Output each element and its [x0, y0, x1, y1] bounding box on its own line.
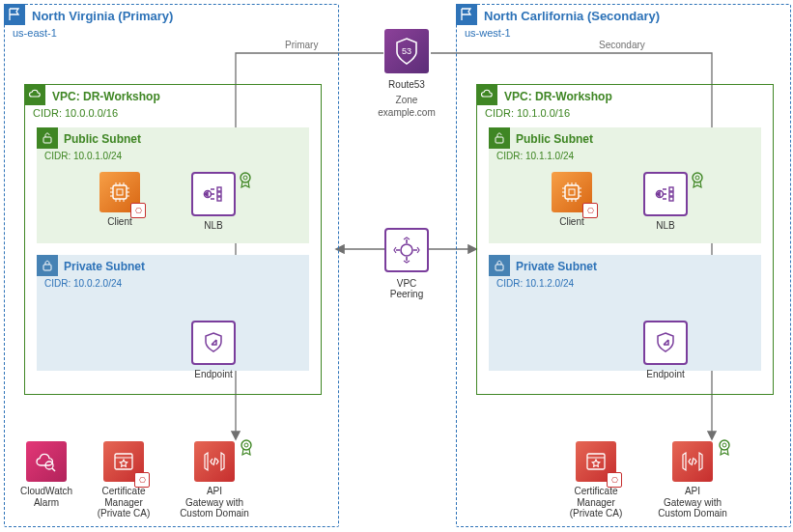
private-subnet-cidr: CIDR: 10.0.2.0/24	[44, 278, 122, 289]
padlock-closed-icon	[37, 255, 58, 276]
route53-zone: Zone example.com	[378, 94, 435, 119]
vpc-secondary-cidr: CIDR: 10.1.0.0/16	[485, 107, 570, 119]
region-primary-title: North Virginia (Primary)	[32, 9, 173, 23]
vpc-peering-label: VPC Peering	[390, 278, 423, 299]
route53-icon: 53	[384, 29, 429, 73]
region-primary-code: us-east-1	[13, 27, 57, 39]
client-secondary: ⎔ Client	[542, 172, 602, 228]
svg-rect-20	[569, 189, 575, 195]
api-gateway-secondary: API Gateway with Custom Domain	[649, 441, 736, 519]
nlb-label: NLB	[204, 220, 222, 232]
public-subnet-secondary: Public Subnet CIDR: 10.1.1.0/24 ⎔ Client…	[489, 127, 761, 243]
svg-text:53: 53	[402, 46, 411, 56]
svg-rect-19	[565, 185, 579, 199]
svg-rect-9	[217, 192, 221, 196]
nlb-secondary: NLB	[636, 172, 695, 232]
private-subnet-title: Private Subnet	[64, 260, 145, 273]
svg-point-3	[401, 244, 412, 256]
public-subnet-cidr: CIDR: 10.1.1.0/24	[496, 151, 574, 161]
region-secondary-code: us-west-1	[465, 27, 511, 39]
resource-badge-icon: ⎔	[130, 203, 146, 218]
public-subnet-title: Public Subnet	[64, 132, 141, 146]
public-subnet-title: Public Subnet	[516, 132, 593, 146]
svg-point-12	[243, 176, 247, 180]
client-label: Client	[107, 216, 132, 228]
acm-label: Certificate Manager (Private CA)	[570, 486, 622, 519]
vpc-icon	[476, 84, 497, 105]
acm-icon: ⎔	[103, 441, 144, 482]
ec2-instance-icon: ⎔	[552, 172, 592, 212]
api-gateway-primary: API Gateway with Custom Domain	[171, 441, 258, 519]
svg-point-11	[241, 173, 250, 182]
vpc-peering-icon	[384, 228, 429, 272]
nlb-primary: NLB	[184, 172, 243, 232]
svg-point-17	[244, 443, 248, 447]
vpc-peering-block: VPC Peering	[365, 228, 448, 299]
acm-icon: ⎔	[576, 441, 616, 482]
svg-rect-4	[43, 137, 51, 143]
acm-label: Certificate Manager (Private CA)	[98, 486, 150, 519]
svg-rect-8	[217, 187, 221, 191]
vpc-primary-title: VPC: DR-Workshop	[52, 90, 160, 103]
vpc-secondary: VPC: DR-Workshop CIDR: 10.1.0.0/16 Publi…	[476, 84, 774, 395]
svg-rect-6	[117, 189, 123, 195]
region-secondary-title: North Carlifornia (Secondary)	[484, 9, 660, 23]
nlb-icon	[191, 172, 236, 216]
svg-point-26	[695, 176, 699, 180]
cloudwatch-alarm: CloudWatch Alarm	[16, 441, 76, 508]
vpc-endpoint-icon	[643, 321, 688, 365]
private-subnet-cidr: CIDR: 10.1.2.0/24	[496, 278, 574, 289]
api-gateway-icon	[672, 441, 713, 482]
svg-rect-5	[113, 185, 127, 199]
private-subnet-title: Private Subnet	[516, 260, 597, 273]
svg-rect-13	[43, 265, 51, 270]
public-subnet-primary: Public Subnet CIDR: 10.0.1.0/24 ⎔ Client…	[37, 127, 309, 243]
svg-rect-15	[115, 454, 132, 469]
svg-rect-10	[217, 197, 221, 201]
padlock-open-icon	[489, 127, 510, 149]
certificate-badge-icon	[715, 437, 734, 457]
svg-point-29	[720, 440, 729, 450]
ec2-instance-icon: ⎔	[99, 172, 140, 212]
endpoint-label: Endpoint	[194, 369, 232, 380]
vpc-primary-cidr: CIDR: 10.0.0.0/16	[33, 107, 118, 119]
api-gateway-label: API Gateway with Custom Domain	[658, 486, 727, 519]
private-subnet-secondary: Private Subnet CIDR: 10.1.2.0/24 Endpoin…	[489, 255, 761, 371]
cloudwatch-icon	[26, 441, 67, 482]
api-gateway-icon	[194, 441, 235, 482]
route53-block: 53 Route53 Zone example.com	[365, 29, 448, 119]
endpoint-primary: Endpoint	[184, 321, 243, 380]
api-gateway-label: API Gateway with Custom Domain	[180, 486, 249, 519]
client-label: Client	[559, 216, 584, 228]
svg-point-16	[241, 440, 251, 450]
cloudwatch-label: CloudWatch Alarm	[20, 486, 72, 508]
region-primary: North Virginia (Primary) us-east-1 VPC: …	[4, 4, 339, 527]
svg-rect-18	[496, 137, 503, 143]
vpc-secondary-title: VPC: DR-Workshop	[504, 90, 612, 103]
public-subnet-cidr: CIDR: 10.0.1.0/24	[44, 151, 122, 161]
vpc-icon	[24, 84, 45, 105]
acm-secondary: ⎔ Certificate Manager (Private CA)	[566, 441, 626, 519]
region-flag-icon	[456, 4, 477, 25]
svg-point-30	[722, 443, 726, 447]
certificate-badge-icon	[688, 170, 707, 189]
vpc-primary: VPC: DR-Workshop CIDR: 10.0.0.0/16 Publi…	[24, 84, 322, 395]
endpoint-secondary: Endpoint	[636, 321, 695, 380]
private-subnet-primary: Private Subnet CIDR: 10.0.2.0/24 Endpoin…	[37, 255, 309, 371]
acm-primary: ⎔ Certificate Manager (Private CA)	[94, 441, 154, 519]
region-secondary: North Carlifornia (Secondary) us-west-1 …	[456, 4, 791, 527]
client-primary: ⎔ Client	[90, 172, 150, 228]
padlock-open-icon	[37, 127, 58, 149]
svg-rect-27	[496, 265, 503, 270]
padlock-closed-icon	[489, 255, 510, 276]
resource-badge-icon: ⎔	[134, 472, 150, 488]
svg-rect-28	[587, 454, 605, 469]
nlb-label: NLB	[656, 220, 674, 232]
region-flag-icon	[4, 4, 25, 25]
endpoint-label: Endpoint	[646, 369, 684, 380]
resource-badge-icon: ⎔	[582, 203, 598, 218]
route53-label: Route53	[388, 79, 425, 90]
nlb-icon	[643, 172, 688, 216]
vpc-endpoint-icon	[191, 321, 236, 365]
resource-badge-icon: ⎔	[607, 472, 622, 488]
